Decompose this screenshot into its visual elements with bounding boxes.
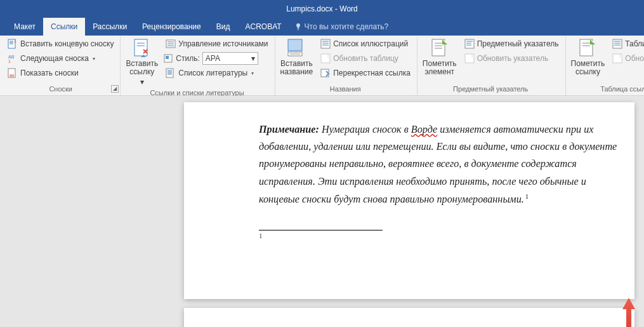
insert-index-button[interactable]: Предметный указатель [462,37,562,51]
footnotes-dialog-launcher[interactable]: ◢ [111,85,119,93]
endnote-icon: 1 [8,39,18,49]
group-label-index: Предметный указатель [420,84,562,95]
tab-layout[interactable]: Макет [6,18,43,36]
caption-icon [286,38,306,58]
svg-text:+: + [444,38,447,45]
insert-citation-button[interactable]: Вставить ссылку ▾ [123,37,161,88]
tell-me-search[interactable]: Что вы хотите сделать? [294,18,389,36]
svg-text:!: ! [327,53,329,59]
bibliography-icon [166,68,176,78]
citation-style-row: Стиль: APA ▾ [163,51,270,65]
footnote-number[interactable]: 1 [259,230,626,239]
next-footnote-icon: AB1 [8,53,18,63]
tab-acrobat[interactable]: ACROBAT [237,18,289,36]
chevron-down-icon: ▾ [140,77,144,86]
manage-sources-button[interactable]: Управление источниками [163,37,270,51]
manage-sources-icon [166,39,176,49]
note-label: Примечание: [259,124,319,135]
update-icon: ! [320,53,331,63]
svg-rect-23 [613,39,622,48]
group-label-footnotes: Сноски [5,84,116,95]
insert-endnote-button[interactable]: 1 Вставить концевую сноску [5,37,116,51]
svg-text:1: 1 [14,39,16,43]
group-toa: + Пометить ссылку Таблица ссылок ! Обнов… [566,37,644,95]
index-icon [464,39,475,49]
group-label-captions: Названия [278,84,413,95]
tab-view[interactable]: Вид [209,18,238,36]
insert-citation-icon [132,38,152,58]
mark-citation-button[interactable]: + Пометить ссылку [568,37,608,77]
update-index-icon: ! [464,53,475,63]
group-label-toa: Таблица ссылок [568,84,644,95]
mark-citation-icon: + [577,38,598,58]
chevron-down-icon: ▾ [93,56,95,62]
ribbon-tabbar: Макет Ссылки Рассылки Рецензирование Вид… [0,18,644,36]
document-title: Lumpics.docx - Word [286,4,357,13]
svg-rect-8 [166,56,169,59]
window-titlebar: Lumpics.docx - Word [0,0,644,18]
document-paragraph[interactable]: Примечание: Нумерация сносок в Ворде изм… [259,121,626,208]
update-toa-icon: ! [612,53,622,63]
bibliography-button[interactable]: Список литературы ▾ [163,66,270,80]
svg-text:!: ! [619,53,621,59]
chevron-down-icon: ▾ [251,54,255,63]
style-icon [163,53,173,63]
citation-style-select[interactable]: APA ▾ [202,52,258,65]
update-index-button[interactable]: ! Обновить указатель [462,51,562,65]
crossref-icon [320,68,331,78]
svg-rect-18 [465,39,474,48]
lightbulb-icon [294,23,302,30]
update-toa-button[interactable]: ! Обновить табл [610,51,644,65]
svg-rect-10 [288,39,302,51]
show-notes-button[interactable]: Показать сноски [5,66,116,80]
tab-references[interactable]: Ссылки [43,18,85,36]
ribbon: 1 Вставить концевую сноску AB1 Следующая… [0,36,644,96]
table-of-figures-button[interactable]: Список иллюстраций [318,37,413,51]
svg-rect-5 [135,39,147,56]
toa-icon [612,39,622,49]
tab-mailings[interactable]: Рассылки [85,18,135,36]
document-next-page[interactable] [184,308,634,327]
footnote-reference[interactable]: 1 [524,192,529,200]
mark-entry-button[interactable]: + Пометить элемент [420,37,459,77]
mark-entry-icon: + [430,38,450,58]
svg-rect-12 [321,39,330,48]
svg-text:!: ! [471,53,473,59]
next-footnote-button[interactable]: AB1 Следующая сноска ▾ [5,51,116,65]
group-citations: Вставить ссылку ▾ Управление источниками… [121,37,275,95]
group-footnotes: 1 Вставить концевую сноску AB1 Следующая… [3,37,121,95]
style-label: Стиль: [176,54,199,63]
group-captions: Вставить название Список иллюстраций ! О… [275,37,417,95]
chevron-down-icon: ▾ [251,70,254,76]
svg-text:1: 1 [8,59,11,63]
svg-text:AB: AB [8,55,15,59]
document-workspace: Примечание: Нумерация сносок в Ворде изм… [0,96,644,327]
cross-reference-button[interactable]: Перекрестная ссылка [318,66,413,80]
insert-toa-button[interactable]: Таблица ссылок [610,37,644,51]
show-notes-icon [8,68,18,78]
group-index: + Пометить элемент Предметный указатель … [417,37,566,95]
svg-text:+: + [591,38,595,45]
update-table-button[interactable]: ! Обновить таблицу [318,51,413,65]
spellcheck-word[interactable]: Ворде [411,124,437,135]
tof-icon [320,39,331,49]
insert-caption-button[interactable]: Вставить название [278,37,316,77]
tab-review[interactable]: Рецензирование [135,18,209,36]
document-page[interactable]: Примечание: Нумерация сносок в Ворде изм… [184,102,634,299]
